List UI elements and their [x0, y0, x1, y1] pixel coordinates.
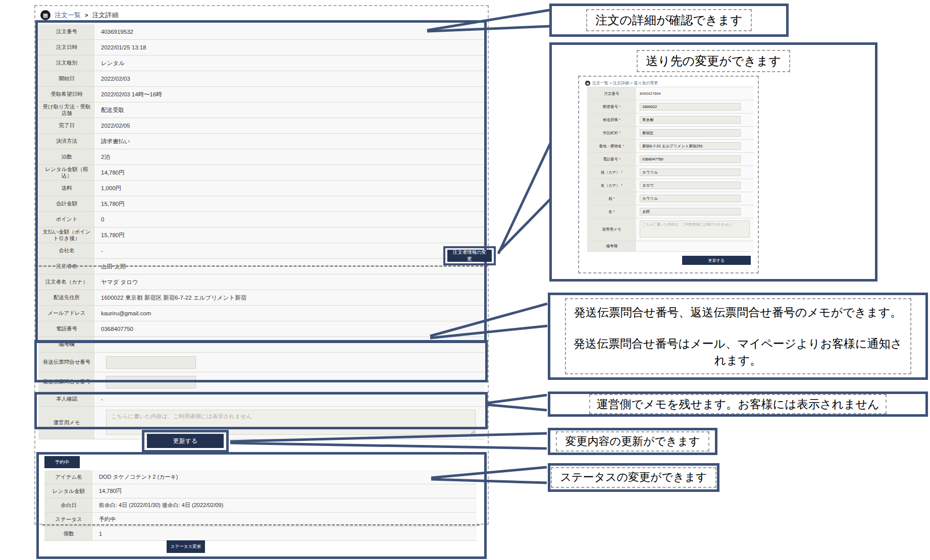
- row-label-text: 郵便番号: [603, 104, 618, 109]
- table-row: 名（カナ） *: [587, 179, 754, 192]
- row-label-text: 電話番号: [603, 157, 618, 162]
- table-row: 都道府県 *: [587, 114, 754, 127]
- row-label: 市区町村 *: [587, 127, 637, 139]
- mini-field-input[interactable]: [640, 155, 741, 163]
- table-row: 名 *: [587, 205, 754, 218]
- callout-status: ステータスの変更ができます: [548, 463, 719, 492]
- row-label-text: 名: [608, 209, 612, 214]
- table-row-mini-remarks: 備考欄: [587, 241, 754, 252]
- required-mark: *: [623, 144, 625, 148]
- row-value: 8490427694: [637, 87, 754, 100]
- callout-tail: [486, 405, 547, 410]
- table-row: 注文番号 8490427694: [587, 87, 754, 100]
- callout-tail: [230, 443, 547, 449]
- mini-field-input[interactable]: [640, 169, 741, 176]
- callout-tail: [486, 395, 547, 403]
- row-label: 電話番号 *: [587, 153, 637, 165]
- row-label: 姓 *: [587, 192, 637, 205]
- row-label: 名 *: [587, 205, 637, 218]
- table-row-mini-memo: 運営用メモ: [587, 218, 754, 241]
- table-row: 市区町村 *: [587, 127, 754, 140]
- row-label-text: 市区町村: [603, 131, 618, 136]
- table-row: 郵便番号 *: [587, 100, 754, 114]
- required-mark: *: [619, 157, 621, 161]
- mini-input-rows: 郵便番号 * 都道府県 *: [587, 100, 754, 218]
- mini-field-input[interactable]: [640, 142, 741, 150]
- callout-tracking-text: 発送伝票問合せ番号、返送伝票問合せ番号のメモができます。 発送伝票問合せ番号はメ…: [565, 298, 911, 374]
- mini-update-button[interactable]: 更新する: [682, 256, 751, 265]
- callout-detail-text: 注文の詳細が確認できます: [586, 9, 751, 31]
- row-label: 名（カナ） *: [587, 179, 637, 192]
- row-label-text: 番地・建物名: [599, 144, 622, 149]
- callout-tail: [230, 433, 547, 441]
- mini-field-input[interactable]: [640, 116, 741, 124]
- row-value: [637, 241, 754, 251]
- mini-field-input[interactable]: [640, 208, 741, 215]
- required-mark: *: [619, 118, 621, 122]
- mini-breadcrumb: ▦ 注文一覧 > 注文詳細 > 送り先の変更: [585, 79, 752, 87]
- required-mark: *: [621, 170, 623, 175]
- annotated-order-detail-page: ▦ 注文一覧 > 注文詳細 注文番号 4036919532 注文日時 2022/…: [0, 0, 930, 560]
- table-row: 姓（カナ） *: [587, 166, 754, 179]
- row-label: 番地・建物名 *: [587, 140, 637, 152]
- callout-update-text: 変更内容の更新ができます: [556, 431, 709, 452]
- table-row: 番地・建物名 *: [587, 140, 754, 153]
- callout-tracking: 発送伝票問合せ番号、返送伝票問合せ番号のメモができます。 発送伝票問合せ番号はメ…: [548, 293, 928, 380]
- row-label: 備考欄: [587, 241, 637, 251]
- callout-tracking-line2: 発送伝票問合せ番号はメール、マイページよりお客様に通知されます。: [571, 334, 905, 369]
- mini-field-input[interactable]: [640, 103, 741, 110]
- row-label-text: 姓（カナ）: [601, 170, 620, 175]
- required-mark: *: [613, 209, 615, 214]
- mini-form-table: 注文番号 8490427694 郵便番号 *: [587, 87, 754, 252]
- mini-memo-textarea[interactable]: [640, 220, 750, 238]
- callout-tracking-line1: 発送伝票問合せ番号、返送伝票問合せ番号のメモができます。: [571, 303, 905, 321]
- mini-field-input[interactable]: [640, 182, 741, 189]
- row-label: 郵便番号 *: [587, 100, 637, 113]
- row-label: 運営用メモ: [587, 218, 637, 241]
- callout-memo: 運営側でメモを残せます。お客様には表示されません: [548, 391, 928, 417]
- shipping-change-mini-screenshot: ▦ 注文一覧 > 注文詳細 > 送り先の変更 注文番号 8490427694 郵…: [578, 76, 759, 273]
- orders-icon: ▦: [585, 81, 590, 86]
- required-mark: *: [613, 196, 615, 201]
- row-label-text: 姓: [608, 196, 612, 201]
- callout-detail: 注文の詳細が確認できます: [549, 4, 789, 37]
- callout-shipping-title: 送り先の変更ができます: [637, 50, 790, 72]
- mini-field-input[interactable]: [640, 129, 741, 137]
- row-label: 都道府県 *: [587, 114, 637, 126]
- table-row: 姓 *: [587, 192, 754, 205]
- callout-tail: [431, 467, 547, 478]
- row-label: 注文番号: [587, 87, 637, 100]
- mini-breadcrumb-text: 注文一覧 > 注文詳細 > 送り先の変更: [592, 80, 658, 86]
- row-label-text: 名（カナ）: [601, 183, 620, 188]
- row-label-text: 都道府県: [603, 118, 618, 123]
- required-mark: *: [619, 104, 621, 109]
- callout-memo-text: 運営側でメモを残せます。お客様には表示されません: [589, 394, 886, 414]
- required-mark: *: [621, 183, 623, 188]
- callout-update: 変更内容の更新ができます: [548, 428, 717, 455]
- required-mark: *: [619, 131, 621, 135]
- callout-tail: [431, 479, 547, 483]
- mini-field-input[interactable]: [640, 195, 741, 202]
- row-label: 姓（カナ） *: [587, 166, 637, 179]
- table-row: 電話番号 *: [587, 153, 754, 166]
- callout-tail: [498, 143, 550, 254]
- callout-status-text: ステータスの変更ができます: [551, 467, 716, 488]
